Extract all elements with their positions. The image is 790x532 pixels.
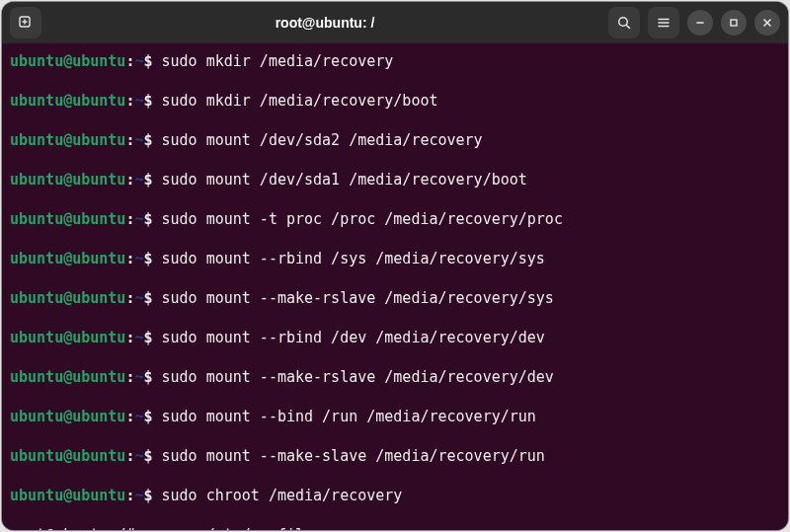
prompt-host: ubuntu bbox=[72, 329, 125, 346]
new-tab-icon bbox=[18, 15, 34, 31]
maximize-button[interactable] bbox=[721, 10, 747, 36]
command-text: sudo mkdir /media/recovery bbox=[162, 52, 394, 70]
prompt-user: ubuntu bbox=[10, 210, 63, 228]
prompt-host: ubuntu bbox=[72, 52, 125, 70]
svg-rect-7 bbox=[731, 20, 737, 26]
prompt-sigil: $ bbox=[143, 329, 152, 346]
prompt-sigil: $ bbox=[143, 210, 152, 228]
prompt-at: @ bbox=[63, 92, 72, 110]
terminal-body[interactable]: ubuntu@ubuntu:~$ sudo mkdir /media/recov… bbox=[2, 43, 788, 530]
prompt-user: ubuntu bbox=[10, 487, 63, 504]
prompt-user: ubuntu bbox=[10, 171, 63, 189]
prompt-sigil: $ bbox=[143, 92, 152, 110]
prompt-host: ubuntu bbox=[72, 487, 125, 504]
new-tab-button[interactable] bbox=[10, 7, 41, 38]
prompt-user: ubuntu bbox=[10, 289, 63, 307]
close-button[interactable] bbox=[754, 10, 780, 36]
prompt-host: ubuntu bbox=[72, 210, 125, 228]
command-text: sudo mount --rbind /sys /media/recovery/… bbox=[162, 250, 545, 267]
close-icon bbox=[761, 17, 773, 29]
terminal-line: ubuntu@ubuntu:~$ sudo mkdir /media/recov… bbox=[10, 51, 780, 71]
command-text: sudo mkdir /media/recovery/boot bbox=[162, 92, 438, 110]
terminal-line: ubuntu@ubuntu:~$ sudo mount /dev/sda2 /m… bbox=[10, 130, 780, 150]
prompt-at: @ bbox=[63, 52, 72, 70]
window-title: root@ubuntu: / bbox=[49, 15, 600, 31]
titlebar: root@ubuntu: / bbox=[2, 2, 788, 43]
terminal-line: ubuntu@ubuntu:~$ sudo mount --make-slave… bbox=[10, 446, 780, 466]
prompt-at: @ bbox=[63, 329, 72, 346]
command-text: source /etc/profile bbox=[143, 526, 313, 530]
maximize-icon bbox=[728, 17, 740, 29]
prompt-user: ubuntu bbox=[10, 52, 63, 70]
prompt-user: ubuntu bbox=[10, 131, 63, 149]
prompt-host: ubuntu bbox=[72, 447, 125, 465]
prompt-sigil: $ bbox=[143, 447, 152, 465]
prompt-at: @ bbox=[63, 487, 72, 504]
prompt-host: ubuntu bbox=[72, 250, 125, 267]
command-text: sudo mount /dev/sda2 /media/recovery bbox=[162, 131, 483, 149]
command-text: sudo mount --rbind /dev /media/recovery/… bbox=[162, 329, 545, 346]
prompt-sigil: $ bbox=[143, 408, 152, 425]
prompt-at: @ bbox=[63, 408, 72, 425]
prompt-sigil: $ bbox=[143, 131, 152, 149]
search-button[interactable] bbox=[608, 7, 640, 38]
terminal-line: ubuntu@ubuntu:~$ sudo mount --rbind /sys… bbox=[10, 249, 780, 268]
prompt-host: ubuntu bbox=[72, 131, 125, 149]
terminal-line: ubuntu@ubuntu:~$ sudo mount /dev/sda1 /m… bbox=[10, 170, 780, 190]
prompt-at: @ bbox=[63, 131, 72, 149]
terminal-line: ubuntu@ubuntu:~$ sudo mount --rbind /dev… bbox=[10, 328, 780, 347]
prompt-host: ubuntu bbox=[72, 408, 125, 425]
prompt-user: ubuntu bbox=[10, 368, 63, 386]
terminal-line: ubuntu@ubuntu:~$ sudo chroot /media/reco… bbox=[10, 486, 780, 505]
prompt-host: ubuntu bbox=[72, 289, 125, 307]
prompt-sigil: $ bbox=[143, 171, 152, 189]
terminal-line: ubuntu@ubuntu:~$ sudo mount --bind /run … bbox=[10, 407, 780, 426]
command-text: sudo mount --make-slave /media/recovery/… bbox=[162, 447, 545, 465]
prompt-user: ubuntu bbox=[10, 250, 63, 267]
prompt-sigil: $ bbox=[143, 487, 152, 504]
prompt-user: ubuntu bbox=[10, 92, 63, 110]
hamburger-icon bbox=[656, 15, 672, 31]
prompt-sigil: $ bbox=[143, 368, 152, 386]
command-text: sudo mount --make-rslave /media/recovery… bbox=[162, 368, 554, 386]
prompt-host: ubuntu bbox=[72, 92, 125, 110]
minimize-button[interactable] bbox=[687, 10, 713, 36]
prompt-sigil: $ bbox=[143, 250, 152, 267]
minimize-icon bbox=[694, 17, 706, 29]
prompt-host: ubuntu bbox=[72, 171, 125, 189]
prompt-user: ubuntu bbox=[10, 447, 63, 465]
terminal-line: ubuntu@ubuntu:~$ sudo mount --make-rslav… bbox=[10, 288, 780, 308]
terminal-line: root@ubuntu:/# source /etc/profile bbox=[10, 525, 780, 530]
command-text: sudo chroot /media/recovery bbox=[162, 487, 403, 504]
prompt-at: @ bbox=[63, 210, 72, 228]
prompt-at: @ bbox=[63, 289, 72, 307]
command-text: sudo mount -t proc /proc /media/recovery… bbox=[162, 210, 563, 228]
svg-line-2 bbox=[626, 25, 629, 28]
command-text: sudo mount /dev/sda1 /media/recovery/boo… bbox=[162, 171, 527, 189]
terminal-line: ubuntu@ubuntu:~$ sudo mkdir /media/recov… bbox=[10, 91, 780, 111]
root-prompt-prefix: root@ubuntu: bbox=[10, 526, 117, 530]
prompt-at: @ bbox=[63, 250, 72, 267]
prompt-user: ubuntu bbox=[10, 329, 63, 346]
prompt-host: ubuntu bbox=[72, 368, 125, 386]
prompt-user: ubuntu bbox=[10, 408, 63, 425]
prompt-sigil: $ bbox=[143, 289, 152, 307]
search-icon bbox=[616, 15, 632, 31]
command-text: sudo mount --make-rslave /media/recovery… bbox=[162, 289, 554, 307]
prompt-at: @ bbox=[63, 447, 72, 465]
prompt-sigil: $ bbox=[143, 52, 152, 70]
terminal-line: ubuntu@ubuntu:~$ sudo mount --make-rslav… bbox=[10, 367, 780, 387]
command-text: sudo mount --bind /run /media/recovery/r… bbox=[162, 408, 536, 425]
terminal-window: root@ubuntu: / bbox=[2, 2, 788, 530]
menu-button[interactable] bbox=[648, 7, 679, 38]
prompt-at: @ bbox=[63, 171, 72, 189]
prompt-at: @ bbox=[63, 368, 72, 386]
terminal-line: ubuntu@ubuntu:~$ sudo mount -t proc /pro… bbox=[10, 209, 780, 229]
